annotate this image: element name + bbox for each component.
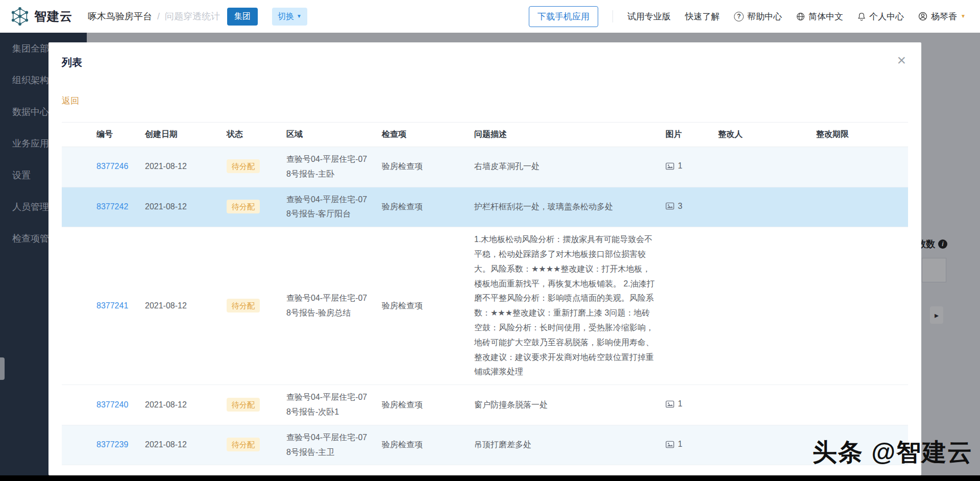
image-count-value: 1 [678, 437, 682, 452]
globe-icon [796, 12, 805, 21]
issue-id-link[interactable]: 8377242 [96, 202, 128, 211]
image-count[interactable]: 1 [666, 397, 682, 412]
cell-description: 窗户防撞条脱落一处 [469, 385, 660, 425]
status-badge: 待分配 [227, 200, 260, 213]
table-row[interactable]: 8377241 2021-08-12 待分配 查验号04-平层住宅-078号报告… [62, 227, 908, 385]
col-images: 图片 [660, 123, 713, 147]
top-navigation: 智建云 啄木鸟验房平台 / 问题穿透统计 集团 切换 ▼ 下载手机应用 试用专业… [0, 0, 980, 33]
cell-images: 1 [660, 425, 713, 465]
cell-assignee [713, 187, 811, 227]
image-count[interactable]: 1 [666, 437, 682, 452]
cell-created-date: 2021-08-12 [140, 187, 222, 227]
cell-created-date: 2021-08-12 [140, 227, 222, 385]
download-app-button[interactable]: 下载手机应用 [529, 6, 598, 27]
cell-assignee [713, 385, 811, 425]
image-count-value: 1 [678, 397, 682, 412]
status-badge: 待分配 [227, 398, 260, 412]
app-logo[interactable]: 智建云 [10, 7, 72, 26]
logo-icon [10, 7, 30, 26]
question-circle-icon: ? [734, 12, 744, 21]
personal-center-link[interactable]: 个人中心 [857, 11, 904, 22]
cell-description: 右墙皮革洞孔一处 [469, 147, 660, 187]
cell-area: 查验号04-平层住宅-078号报告-主卫 [281, 425, 377, 465]
cell-check-item: 验房检查项 [377, 425, 469, 465]
bottom-bar [0, 475, 980, 481]
col-date: 创建日期 [140, 123, 222, 147]
cell-images: 3 [660, 187, 713, 227]
issue-id-link[interactable]: 8377240 [96, 400, 128, 409]
help-center-label: 帮助中心 [747, 11, 782, 22]
language-link[interactable]: 简体中文 [796, 11, 843, 22]
cell-assignee [713, 227, 811, 385]
col-area: 区域 [281, 123, 377, 147]
cell-status: 待分配 [222, 425, 281, 465]
col-description: 问题描述 [469, 123, 660, 147]
personal-center-label: 个人中心 [869, 11, 904, 22]
table-row[interactable]: 8377242 2021-08-12 待分配 查验号04-平层住宅-078号报告… [62, 187, 908, 227]
quick-learn-link[interactable]: 快速了解 [685, 11, 720, 22]
image-icon [666, 162, 674, 170]
image-count[interactable]: 3 [666, 199, 682, 214]
col-status: 状态 [222, 123, 281, 147]
cell-id: 8377246 [91, 147, 140, 187]
issues-table: 编号 创建日期 状态 区域 检查项 问题描述 图片 整改人 整改期限 83772… [62, 122, 908, 465]
modal-title: 列表 [62, 56, 908, 69]
cell-id: 8377241 [91, 227, 140, 385]
close-icon[interactable]: × [897, 53, 906, 68]
issue-id-link[interactable]: 8377241 [96, 301, 128, 310]
col-id: 编号 [91, 123, 140, 147]
issue-id-link[interactable]: 8377239 [96, 440, 128, 449]
issue-id-link[interactable]: 8377246 [96, 162, 128, 171]
cell-status: 待分配 [222, 187, 281, 227]
cell-deadline [811, 227, 908, 385]
col-check-item: 检查项 [377, 123, 469, 147]
cell-id: 8377242 [91, 187, 140, 227]
cell-status: 待分配 [222, 227, 281, 385]
cell-assignee [713, 147, 811, 187]
cell-status: 待分配 [222, 147, 281, 187]
cell-deadline [811, 187, 908, 227]
image-icon [666, 441, 674, 448]
col-spacer [62, 123, 91, 147]
nav-divider [612, 10, 613, 22]
table-header-row: 编号 创建日期 状态 区域 检查项 问题描述 图片 整改人 整改期限 [62, 123, 908, 147]
cell-check-item: 验房检查项 [377, 147, 469, 187]
group-button[interactable]: 集团 [227, 8, 258, 26]
col-assignee: 整改人 [713, 123, 811, 147]
help-center-link[interactable]: ? 帮助中心 [734, 11, 782, 22]
cell-area: 查验号04-平层住宅-078号报告-主卧 [281, 147, 377, 187]
switch-button[interactable]: 切换 ▼ [272, 8, 307, 26]
breadcrumb-separator: / [157, 11, 160, 22]
cell-assignee [713, 425, 811, 465]
cell-created-date: 2021-08-12 [140, 425, 222, 465]
cell-deadline [811, 385, 908, 425]
cell-check-item: 验房检查项 [377, 187, 469, 227]
image-count[interactable]: 1 [666, 159, 682, 174]
col-deadline: 整改期限 [811, 123, 908, 147]
user-menu[interactable]: 杨琴香 ▼ [918, 11, 966, 22]
bell-icon [857, 12, 866, 21]
image-icon [666, 202, 674, 210]
table-row[interactable]: 8377239 2021-08-12 待分配 查验号04-平层住宅-078号报告… [62, 425, 908, 465]
switch-button-label: 切换 [278, 11, 294, 22]
trial-pro-link[interactable]: 试用专业版 [627, 11, 671, 22]
cell-area: 查验号04-平层住宅-078号报告-次卧1 [281, 385, 377, 425]
chevron-down-icon: ▼ [297, 14, 302, 19]
chevron-down-icon: ▼ [961, 14, 966, 19]
logo-text: 智建云 [34, 8, 72, 25]
cell-check-item: 验房检查项 [377, 385, 469, 425]
cell-spacer [62, 425, 91, 465]
cell-spacer [62, 147, 91, 187]
cell-deadline [811, 147, 908, 187]
breadcrumb-platform[interactable]: 啄木鸟验房平台 [88, 10, 152, 22]
breadcrumb-page: 问题穿透统计 [165, 10, 220, 22]
back-link[interactable]: 返回 [62, 95, 79, 107]
cell-created-date: 2021-08-12 [140, 147, 222, 187]
cell-area: 查验号04-平层住宅-078号报告-客厅阳台 [281, 187, 377, 227]
table-row[interactable]: 8377240 2021-08-12 待分配 查验号04-平层住宅-078号报告… [62, 385, 908, 425]
cell-id: 8377239 [91, 425, 140, 465]
table-row[interactable]: 8377246 2021-08-12 待分配 查验号04-平层住宅-078号报告… [62, 147, 908, 187]
image-icon [666, 400, 674, 408]
cell-spacer [62, 385, 91, 425]
cell-spacer [62, 227, 91, 385]
